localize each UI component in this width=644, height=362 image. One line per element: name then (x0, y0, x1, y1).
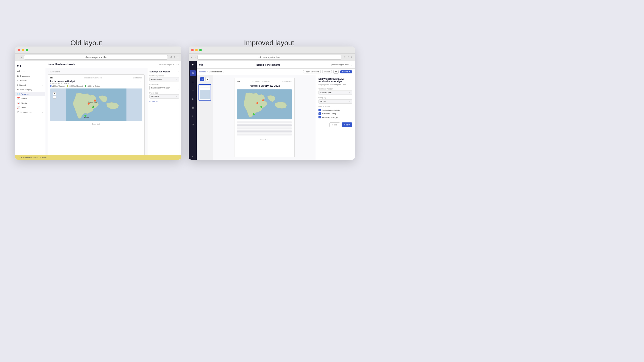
url-bar[interactable]: clir.com/report-builder (24, 55, 168, 60)
new-user-menu-icon[interactable]: ⋮ (350, 64, 352, 66)
forward-button[interactable]: › (21, 55, 22, 59)
reset-button[interactable]: Reset (329, 122, 340, 127)
new-nav-table[interactable]: ▦ (190, 104, 196, 110)
new-nav-shield[interactable]: ◈ (190, 96, 196, 102)
settings-close-button[interactable]: ✕ (177, 70, 179, 73)
page-thumbnail-sidebar: + ▾ (197, 75, 213, 160)
checkbox-avail-energy[interactable]: ✓ Availability (Energy) (318, 116, 352, 118)
page-thumb-content (199, 85, 211, 100)
new-reload-icon[interactable]: ↺ (343, 56, 345, 59)
checkbox-contractual[interactable]: ✓ Contractual Availability (318, 109, 352, 111)
sidebar-item-charts[interactable]: 📊 Charts (15, 101, 45, 105)
report-page-conf: Confidential (283, 80, 292, 82)
new-group-by-select[interactable]: Month ▾ (318, 99, 352, 104)
old-page-number: Page 1 / 1 (50, 123, 142, 125)
breadcrumb-current: Untitled Report 2 (209, 71, 224, 73)
new-tab-icon[interactable]: + (351, 56, 352, 59)
breadcrumb-separator: › (207, 71, 208, 73)
sidebar-item-status-codes[interactable]: ⚑ Status Codes › (15, 110, 45, 114)
old-user-email: derek.knaug@clir.com (159, 63, 179, 66)
old-topbar: Incredible Investments derek.knaug@clir.… (45, 61, 181, 68)
sidebar-label-charts: Charts (21, 102, 27, 104)
new-forward-button[interactable]: › (194, 55, 196, 59)
breadcrumb-parent[interactable]: Reports (199, 71, 206, 73)
farm-dot-1 (88, 103, 90, 105)
new-company-logo: clir (199, 63, 203, 66)
new-back-button[interactable]: ‹ (191, 55, 192, 59)
checkbox-box-3: ✓ (318, 116, 321, 118)
sidebar-item-data-integrity[interactable]: ⊕ Data Integrity (15, 87, 45, 92)
old-breadcrumb[interactable]: ← All Reports (48, 71, 145, 73)
report-snapshots-button[interactable]: Report Snapshots (303, 70, 321, 73)
maximize-dot[interactable] (26, 49, 28, 51)
budget-expand-icon: › (42, 84, 43, 86)
share-button[interactable]: ⤴ Share (322, 70, 332, 73)
new-close-dot[interactable] (191, 49, 194, 51)
back-button[interactable]: ‹ (18, 55, 19, 59)
new-maximize-dot[interactable] (199, 49, 202, 51)
thumb-header-1 (200, 85, 210, 86)
apply-button[interactable]: Apply (342, 122, 352, 127)
edit-widget-panel: Edit Widget: Cumulative Production vs Bu… (316, 75, 355, 160)
select-arrow-icon: ▾ (176, 78, 177, 80)
new-nav-grid[interactable]: ⊞ (190, 70, 196, 76)
new-nav-help[interactable]: ✦ (192, 155, 194, 158)
sidebar-item-dashboard[interactable]: ⊞ Dashboard (15, 74, 45, 78)
new-nav-eye[interactable]: ○ (190, 87, 196, 93)
editing-mode-button[interactable]: Editing ✎ (340, 70, 352, 73)
old-edit-mode-footer: Farm Monthly Report [Edit Mode] (15, 155, 181, 160)
report-title-label: Report Title (149, 83, 179, 85)
map-zoom-controls[interactable]: + − (53, 92, 56, 99)
new-subtopbar: Reports › Untitled Report 2 Report Snaps… (197, 69, 355, 75)
farm-label-2: Clive (93, 105, 95, 107)
sidebar-item-reports[interactable]: 📄 Reports (15, 92, 45, 96)
data-row-5 (237, 133, 292, 135)
new-toolbar: Report Snapshots ⤴ Share ⚙ Editing ✎ (303, 70, 352, 74)
comment-position-group: Comment position Above chart ▾ (149, 75, 179, 81)
new-share-icon[interactable]: ⤴ (347, 56, 349, 59)
paper-size-select[interactable]: LETTER ▾ (149, 94, 179, 99)
new-minimize-dot[interactable] (195, 49, 198, 51)
old-chart-date: 2021/04/01 - 2021/04/30 (50, 82, 75, 84)
old-org-selector[interactable]: Wind ▾ (15, 69, 45, 74)
new-workspace: + ▾ c (197, 75, 355, 160)
checkbox-avail-time[interactable]: ✓ Availability (Time) (318, 112, 352, 115)
new-main-area: clir Incredible Investments janesmith@ie… (197, 61, 355, 160)
settings-panel-title: Settings for Report (149, 70, 170, 73)
new-company-name: Incredible Investments (206, 64, 331, 66)
old-map-chart: Nortmost Rough Clive Rampion (50, 88, 142, 121)
farm-label-1: Nortmost Rough (88, 101, 98, 103)
page-thumbnail-1[interactable] (198, 84, 211, 101)
report-page-title: Portfolio Overview 2022 (237, 84, 292, 87)
report-title-input[interactable]: Farm Monthly Report (149, 86, 179, 90)
settings-gear-button[interactable]: ⚙ (333, 70, 339, 74)
share-icon[interactable]: ⤴ (174, 56, 175, 59)
new-nav-dashboard[interactable]: ◫ (190, 79, 196, 85)
sidebar-item-actions[interactable]: ✓ Actions (15, 78, 45, 83)
page-options-button[interactable]: ▾ (205, 77, 209, 81)
new-tab-icon[interactable]: + (177, 56, 179, 59)
sidebar-item-events[interactable]: 📅 Events (15, 96, 45, 101)
new-data-include-label: Data to Include (318, 106, 352, 107)
checkbox-label-2: Availability (Time) (322, 113, 336, 115)
comment-position-select[interactable]: Above chart ▾ (149, 77, 179, 81)
new-url-bar[interactable]: clir.com/report-builder (197, 55, 341, 60)
old-navbar: ‹ › clir.com/report-builder ↺ ⤴ + (15, 54, 181, 61)
copy-as-button[interactable]: COPY AS... (149, 101, 179, 103)
sidebar-item-stock[interactable]: 📈 Stock (15, 105, 45, 110)
sidebar-item-budget[interactable]: $ Budget › (15, 83, 45, 87)
new-nav-settings[interactable]: ⚙ (190, 121, 196, 127)
minimize-dot[interactable] (22, 49, 24, 51)
new-url-text: clir.com/report-builder (259, 56, 280, 59)
new-comment-position-select[interactable]: Above Chart ▾ (318, 90, 352, 95)
new-nav-download[interactable]: ↓ (190, 113, 196, 119)
zoom-in-icon[interactable]: + (53, 92, 56, 95)
old-report-page: clir Incredible Investments Confidential… (48, 74, 145, 156)
reload-icon[interactable]: ↺ (170, 56, 172, 59)
zoom-out-icon[interactable]: − (53, 96, 56, 99)
close-dot[interactable] (18, 49, 20, 51)
add-page-button[interactable]: + (200, 77, 204, 81)
old-report-main: ← All Reports clir Incredible Investment… (45, 68, 147, 160)
chart-menu-icon[interactable]: ⋯ (140, 80, 142, 84)
legend-dot-2 (67, 85, 68, 87)
